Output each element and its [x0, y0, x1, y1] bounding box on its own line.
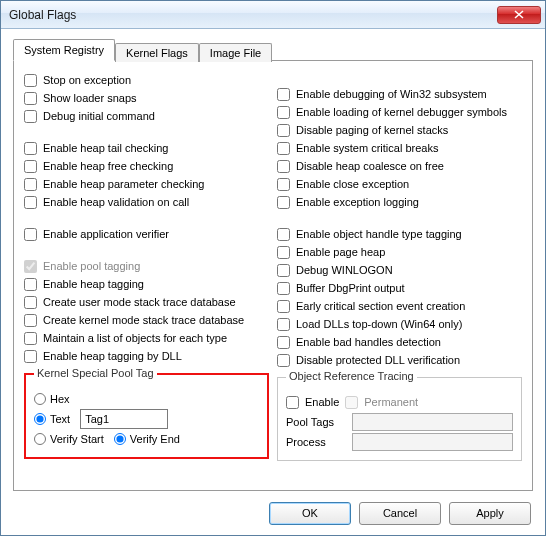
chk-label: Enable heap tagging	[43, 278, 144, 290]
window: Global Flags System Registry Kernel Flag…	[0, 0, 546, 536]
chk-disable-heap-coalesce-on-free[interactable]: Disable heap coalesce on free	[277, 157, 522, 175]
radio-verify-start[interactable]: Verify Start	[34, 433, 104, 445]
chk-enable-heap-tail-checking[interactable]: Enable heap tail checking	[24, 139, 269, 157]
chk-label: Disable paging of kernel stacks	[296, 124, 448, 136]
titlebar: Global Flags	[1, 1, 545, 29]
radio-label: Hex	[50, 393, 70, 405]
chk-create-user-mode-stack-trace-db[interactable]: Create user mode stack trace database	[24, 293, 269, 311]
options-columns: Stop on exception Show loader snaps Debu…	[24, 71, 522, 461]
input-process	[352, 433, 513, 451]
dialog-button-row: OK Cancel Apply	[1, 491, 545, 535]
chk-create-kernel-mode-stack-trace-db[interactable]: Create kernel mode stack trace database	[24, 311, 269, 329]
chk-enable-heap-tagging[interactable]: Enable heap tagging	[24, 275, 269, 293]
group-kernel-special-pool-tag: Kernel Special Pool Tag Hex Text Verify …	[24, 373, 269, 459]
chk-label: Enable exception logging	[296, 196, 419, 208]
chk-enable-page-heap[interactable]: Enable page heap	[277, 243, 522, 261]
chk-enable-system-critical-breaks[interactable]: Enable system critical breaks	[277, 139, 522, 157]
cancel-button[interactable]: Cancel	[359, 502, 441, 525]
chk-early-critical-section-event-creation[interactable]: Early critical section event creation	[277, 297, 522, 315]
tab-label: Image File	[210, 47, 261, 59]
chk-debug-winlogon[interactable]: Debug WINLOGON	[277, 261, 522, 279]
btn-label: Apply	[476, 507, 504, 519]
chk-enable-loading-kd-symbols[interactable]: Enable loading of kernel debugger symbol…	[277, 103, 522, 121]
chk-ort-permanent: Permanent	[345, 393, 418, 411]
radio-hex[interactable]: Hex	[34, 393, 70, 405]
close-icon	[514, 10, 524, 19]
chk-label: Buffer DbgPrint output	[296, 282, 405, 294]
ok-button[interactable]: OK	[269, 502, 351, 525]
chk-label: Enable loading of kernel debugger symbol…	[296, 106, 507, 118]
chk-label: Disable heap coalesce on free	[296, 160, 444, 172]
chk-enable-bad-handles-detection[interactable]: Enable bad handles detection	[277, 333, 522, 351]
tab-label: Kernel Flags	[126, 47, 188, 59]
chk-enable-heap-parameter-checking[interactable]: Enable heap parameter checking	[24, 175, 269, 193]
chk-enable-close-exception[interactable]: Enable close exception	[277, 175, 522, 193]
chk-label: Enable heap tail checking	[43, 142, 168, 154]
chk-label: Enable pool tagging	[43, 260, 140, 272]
chk-stop-on-exception[interactable]: Stop on exception	[24, 71, 269, 89]
chk-label: Show loader snaps	[43, 92, 137, 104]
close-button[interactable]	[497, 6, 541, 24]
radio-label: Verify Start	[50, 433, 104, 445]
chk-label: Load DLLs top-down (Win64 only)	[296, 318, 462, 330]
chk-label: Enable heap parameter checking	[43, 178, 204, 190]
chk-label: Stop on exception	[43, 74, 131, 86]
tab-image-file[interactable]: Image File	[199, 43, 272, 62]
radio-label: Text	[50, 413, 70, 425]
lbl-process: Process	[286, 436, 346, 448]
chk-label: Disable protected DLL verification	[296, 354, 460, 366]
btn-label: Cancel	[383, 507, 417, 519]
pool-tag-input[interactable]	[80, 409, 168, 429]
chk-enable-exception-logging[interactable]: Enable exception logging	[277, 193, 522, 211]
group-legend: Kernel Special Pool Tag	[34, 367, 157, 379]
chk-label: Debug WINLOGON	[296, 264, 393, 276]
group-legend: Object Reference Tracing	[286, 370, 417, 382]
chk-label: Enable page heap	[296, 246, 385, 258]
client-area: System Registry Kernel Flags Image File …	[1, 29, 545, 491]
tab-page-system-registry: Stop on exception Show loader snaps Debu…	[13, 60, 533, 491]
chk-label: Debug initial command	[43, 110, 155, 122]
group-object-reference-tracing: Object Reference Tracing Enable Permanen…	[277, 377, 522, 461]
chk-load-dlls-top-down[interactable]: Load DLLs top-down (Win64 only)	[277, 315, 522, 333]
chk-enable-object-handle-type-tagging[interactable]: Enable object handle type tagging	[277, 225, 522, 243]
chk-label: Create kernel mode stack trace database	[43, 314, 244, 326]
btn-label: OK	[302, 507, 318, 519]
chk-label: Enable heap free checking	[43, 160, 173, 172]
lbl-pool-tags: Pool Tags	[286, 416, 346, 428]
chk-label: Maintain a list of objects for each type	[43, 332, 227, 344]
chk-label: Enable object handle type tagging	[296, 228, 462, 240]
chk-ort-enable[interactable]: Enable	[286, 393, 339, 411]
chk-debug-initial-command[interactable]: Debug initial command	[24, 107, 269, 125]
chk-label: Enable bad handles detection	[296, 336, 441, 348]
radio-text[interactable]: Text	[34, 413, 70, 425]
apply-button[interactable]: Apply	[449, 502, 531, 525]
chk-enable-application-verifier[interactable]: Enable application verifier	[24, 225, 269, 243]
chk-buffer-dbgprint-output[interactable]: Buffer DbgPrint output	[277, 279, 522, 297]
left-column: Stop on exception Show loader snaps Debu…	[24, 71, 269, 461]
chk-enable-heap-validation-on-call[interactable]: Enable heap validation on call	[24, 193, 269, 211]
chk-label: Enable close exception	[296, 178, 409, 190]
chk-label: Enable heap tagging by DLL	[43, 350, 182, 362]
tab-kernel-flags[interactable]: Kernel Flags	[115, 43, 199, 62]
radio-label: Verify End	[130, 433, 180, 445]
chk-enable-heap-tagging-by-dll[interactable]: Enable heap tagging by DLL	[24, 347, 269, 365]
radio-verify-end[interactable]: Verify End	[114, 433, 180, 445]
window-title: Global Flags	[9, 8, 497, 22]
chk-show-loader-snaps[interactable]: Show loader snaps	[24, 89, 269, 107]
chk-label: Permanent	[364, 396, 418, 408]
chk-disable-protected-dll-verification[interactable]: Disable protected DLL verification	[277, 351, 522, 369]
tab-strip: System Registry Kernel Flags Image File	[13, 39, 533, 61]
input-pool-tags	[352, 413, 513, 431]
chk-maintain-list-objects[interactable]: Maintain a list of objects for each type	[24, 329, 269, 347]
chk-enable-debugging-win32[interactable]: Enable debugging of Win32 subsystem	[277, 85, 522, 103]
chk-label: Enable application verifier	[43, 228, 169, 240]
chk-enable-heap-free-checking[interactable]: Enable heap free checking	[24, 157, 269, 175]
tab-system-registry[interactable]: System Registry	[13, 39, 115, 61]
chk-label: Enable system critical breaks	[296, 142, 438, 154]
chk-label: Enable debugging of Win32 subsystem	[296, 88, 487, 100]
chk-disable-paging-kernel-stacks[interactable]: Disable paging of kernel stacks	[277, 121, 522, 139]
chk-label: Create user mode stack trace database	[43, 296, 236, 308]
chk-label: Enable heap validation on call	[43, 196, 189, 208]
right-column: Enable debugging of Win32 subsystem Enab…	[277, 71, 522, 461]
tab-label: System Registry	[24, 44, 104, 56]
